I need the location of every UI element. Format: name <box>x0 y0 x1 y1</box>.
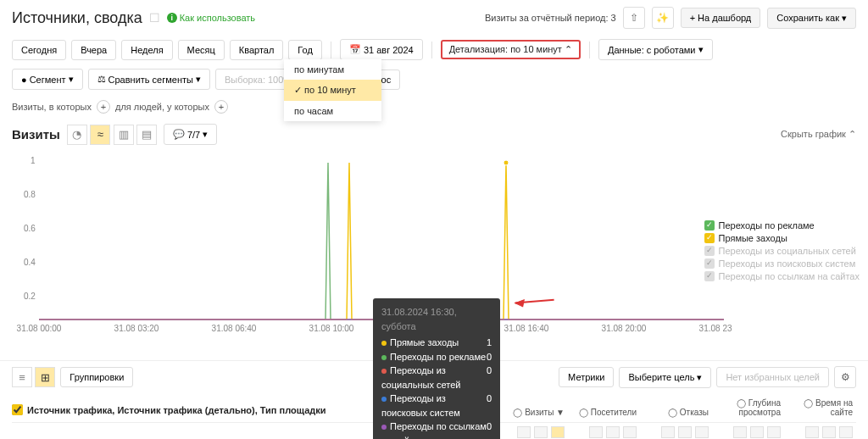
svg-text:0.2: 0.2 <box>24 292 36 301</box>
detail-dropdown[interactable]: Детализация: по 10 минут ⌃ <box>441 40 581 59</box>
svg-point-7 <box>504 160 509 165</box>
chart-svg: 1 0.8 0.6 0.4 0.2 31.08 00:00 31.08 03:2… <box>12 150 732 336</box>
bookmark-icon[interactable]: ☐ <box>149 11 160 25</box>
page-title: Источники, сводка <box>12 9 142 27</box>
metrics-button[interactable]: Метрики <box>559 367 614 387</box>
data-mode-dropdown[interactable]: Данные: с роботами ▾ <box>598 39 713 60</box>
svg-text:31.08 10:00: 31.08 10:00 <box>309 324 354 333</box>
chart-legend: ✓Переходы по рекламе✓Прямые заходы✓Перех… <box>704 218 860 284</box>
segment-button[interactable]: ● Сегмент ▾ <box>12 69 83 90</box>
svg-text:0.4: 0.4 <box>24 258 36 267</box>
chart-mode-table[interactable]: ▤ <box>136 125 157 145</box>
detail-dropdown-menu: по минутам по 10 минут по часам <box>284 59 381 121</box>
series-count-button[interactable]: 💬 7/7 ▾ <box>164 124 217 145</box>
legend-item[interactable]: ✓Переходы по рекламе <box>704 220 860 231</box>
legend-item[interactable]: ✓Переходы из социальных сетей <box>704 246 860 256</box>
svg-text:0.6: 0.6 <box>24 224 36 233</box>
legend-item[interactable]: ✓Прямые заходы <box>704 233 860 243</box>
detail-option-hours[interactable]: по часам <box>284 101 381 121</box>
svg-text:31.08 16:40: 31.08 16:40 <box>504 324 549 333</box>
compare-segments-button[interactable]: ⚖ Сравнить сегменты ▾ <box>88 69 210 90</box>
col-visitors[interactable]: ◯ Посетители <box>568 403 640 422</box>
period-quarter[interactable]: Квартал <box>230 40 284 60</box>
view-list-icon[interactable]: ≡ <box>12 367 32 387</box>
share-icon[interactable]: ⇧ <box>623 7 645 29</box>
legend-item[interactable]: ✓Переходы по ссылкам на сайтах <box>704 271 860 281</box>
chart-mode-bar[interactable]: ▥ <box>114 125 134 145</box>
svg-text:31.08 06:40: 31.08 06:40 <box>212 324 257 333</box>
goal-select[interactable]: Выберите цель ▾ <box>619 367 711 388</box>
col-time[interactable]: ◯ Время на сайте <box>784 393 856 422</box>
chart-mode-pie[interactable]: ◔ <box>67 125 87 145</box>
view-tree-icon[interactable]: ⊞ <box>35 367 55 387</box>
add-dashboard-button[interactable]: + На дашборд <box>681 8 761 28</box>
settings-gear-icon[interactable]: ⚙ <box>834 366 856 388</box>
period-year[interactable]: Год <box>288 40 322 60</box>
chart-mode-line[interactable]: ≈ <box>90 125 110 145</box>
period-week[interactable]: Неделя <box>121 40 172 60</box>
svg-text:31.08 23:20: 31.08 23:20 <box>699 324 732 333</box>
svg-marker-17 <box>515 297 526 306</box>
add-people-filter[interactable]: + <box>214 100 228 114</box>
legend-item[interactable]: ✓Переходы из поисковых систем <box>704 258 860 269</box>
date-picker[interactable]: 📅 31 авг 2024 <box>340 39 423 60</box>
save-as-button[interactable]: Сохранить как ▾ <box>767 8 856 29</box>
people-filter-label: для людей, у которых <box>115 102 209 112</box>
col-depth[interactable]: ◯ Глубина просмотра <box>712 393 784 422</box>
col-visits[interactable]: ◯ Визиты ▼ <box>496 403 568 422</box>
visits-period: Визиты за отчётный период: 3 <box>485 13 616 23</box>
period-yesterday[interactable]: Вчера <box>71 40 116 60</box>
dimension-checkbox[interactable] <box>12 404 23 415</box>
period-today[interactable]: Сегодня <box>12 40 66 60</box>
detail-option-minutes[interactable]: по минутам <box>284 59 381 80</box>
col-bounce[interactable]: ◯ Отказы <box>640 403 712 422</box>
detail-option-ten-min[interactable]: по 10 минут <box>284 80 381 101</box>
chart-tooltip: 31.08.2024 16:30, суббота Прямые заходы1… <box>373 298 500 439</box>
svg-text:1: 1 <box>31 156 36 165</box>
no-fav-goals: Нет избранных целей <box>716 367 829 387</box>
chart-title: Визиты <box>12 127 60 142</box>
svg-text:0.8: 0.8 <box>24 190 36 199</box>
svg-text:31.08 00:00: 31.08 00:00 <box>17 324 62 333</box>
svg-text:31.08 03:20: 31.08 03:20 <box>114 324 159 333</box>
how-to-link[interactable]: Как использовать <box>167 13 255 23</box>
ai-icon[interactable]: ✨ <box>652 7 674 29</box>
svg-text:31.08 20:00: 31.08 20:00 <box>602 324 647 333</box>
groupings-button[interactable]: Группировки <box>60 367 133 387</box>
add-visit-filter[interactable]: + <box>97 100 110 114</box>
period-month[interactable]: Месяц <box>178 40 225 60</box>
visits-filter-label: Визиты, в которых <box>12 102 92 112</box>
dimension-label: Источник трафика, Источник трафика (дета… <box>27 405 326 415</box>
hide-chart-link[interactable]: Скрыть график ⌃ <box>781 129 856 140</box>
